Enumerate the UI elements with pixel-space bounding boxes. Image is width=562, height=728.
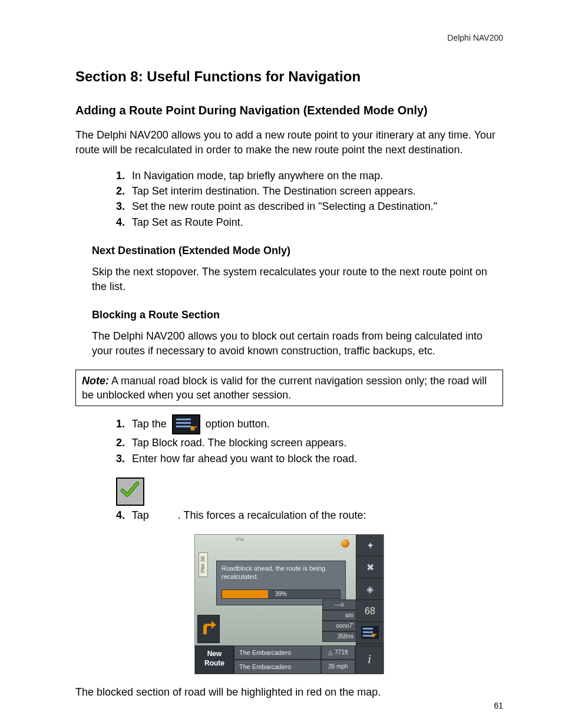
device-sidebar: ✦ ✖ ◈ 68 ☛: [356, 535, 384, 645]
subsection-title: Adding a Route Point During Navigation (…: [75, 103, 503, 118]
speed-limit-badge: 68: [356, 600, 384, 622]
right-info-col: △ 771ft 26 mph: [321, 645, 355, 674]
info-column: —o am oono7' 358mi: [322, 599, 356, 645]
step-b-4-post: . This forces a recalculation of the rou…: [178, 509, 366, 521]
next-dest-heading: Next Destination (Extended Mode Only): [92, 243, 503, 258]
confirm-check-icon: [116, 477, 144, 506]
step-b-4-pre: Tap: [132, 509, 152, 521]
blocking-heading: Blocking a Route Section: [92, 308, 503, 322]
options-icon[interactable]: ☛: [356, 622, 384, 644]
progress-percent: 39%: [222, 590, 340, 598]
new-route-line1: New: [207, 650, 222, 658]
options-menu-icon: ☛: [172, 414, 200, 434]
device-screenshot: Pier 36 Pie Roadblock ahead, the route i…: [194, 534, 384, 674]
step-a-1: In Navigation mode, tap briefly anywhere…: [132, 170, 383, 182]
next-dest-body: Skip the next stopover. The system recal…: [92, 265, 503, 294]
progress-bar: 39%: [222, 589, 340, 599]
intro-paragraph: The Delphi NAV200 allows you to add a ne…: [75, 128, 503, 157]
note-box: Note: A manual road block is valid for t…: [75, 370, 503, 407]
street-2: The Embarcadero: [234, 660, 321, 674]
blocking-body: The Delphi NAV200 allows you to block ou…: [92, 329, 503, 358]
compass-icon[interactable]: ✦: [356, 535, 384, 556]
info-am: am: [322, 610, 356, 621]
step-b-1-pre: Tap the: [132, 418, 170, 430]
info-clock-icon: —o: [322, 599, 356, 610]
zoom-icon[interactable]: ◈: [356, 578, 384, 600]
dialog-message: Roadblock ahead, the route is being reca…: [222, 565, 340, 581]
running-head: Delphi NAV200: [75, 32, 503, 44]
info-distance: 358mi: [322, 631, 356, 642]
top-street-label: Pie: [236, 536, 244, 543]
step-a-2: Tap Set interim destination. The Destina…: [132, 185, 416, 197]
info-speed: 26 mph: [321, 660, 355, 674]
info-odo: oono7': [322, 621, 356, 631]
step-b-1-post: option button.: [206, 418, 270, 430]
step-b-3: Enter how far ahead you want to block th…: [132, 453, 357, 465]
device-bottom-bar: New Route The Embarcadero The Embarcader…: [195, 645, 384, 674]
new-route-line2: Route: [204, 659, 224, 667]
info-button[interactable]: i: [355, 645, 384, 674]
turn-arrow-panel: [197, 615, 220, 643]
info-elev: △ 771ft: [321, 645, 355, 660]
street-1: The Embarcadero: [234, 645, 321, 660]
street-rows: The Embarcadero The Embarcadero: [234, 645, 321, 674]
gps-dot-icon: [341, 539, 349, 548]
new-route-button[interactable]: New Route: [195, 645, 234, 674]
section-title: Section 8: Useful Functions for Navigati…: [75, 67, 503, 86]
note-text: A manual road block is valid for the cur…: [82, 375, 487, 401]
step-a-4: Tap Set as Route Point.: [132, 216, 243, 228]
pier-label: Pier 36: [199, 552, 208, 577]
layers-icon[interactable]: ✖: [356, 556, 384, 578]
steps-list-a: 1. In Navigation mode, tap briefly anywh…: [75, 169, 503, 229]
page-number: 61: [494, 700, 503, 711]
after-device-text: The blocked section of road will be high…: [75, 685, 503, 699]
steps-list-b: 1. Tap the ☛ option button. 2. Tap Block…: [75, 414, 503, 466]
note-label: Note:: [82, 375, 109, 387]
step-a-3: Set the new route point as described in …: [132, 200, 437, 212]
recalc-dialog: Roadblock ahead, the route is being reca…: [216, 561, 346, 605]
step-b-2: Tap Block road. The blocking screen appe…: [132, 437, 347, 449]
